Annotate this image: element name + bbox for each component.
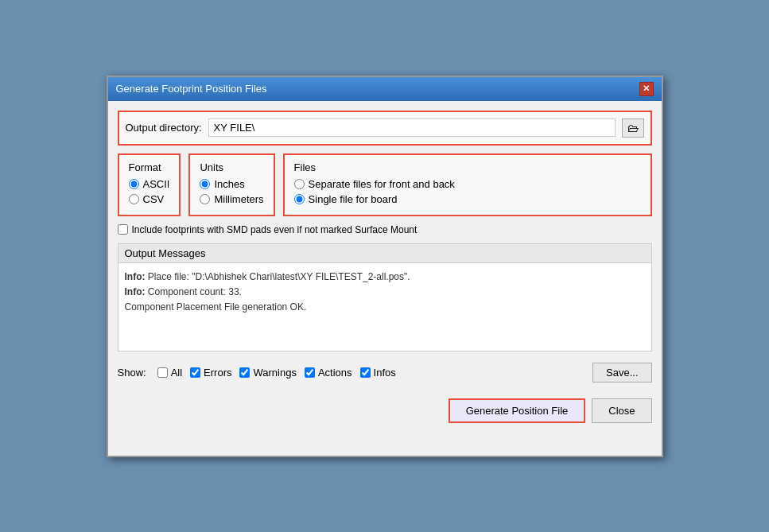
browse-button[interactable]: 🗁 (622, 118, 644, 138)
files-group-title: Files (294, 161, 641, 173)
show-all-checkbox[interactable] (157, 367, 168, 378)
files-separate-row: Separate files for front and back (294, 178, 641, 190)
format-ascii-radio[interactable] (129, 179, 139, 189)
show-errors-checkbox[interactable] (190, 367, 200, 378)
generate-position-file-button[interactable]: Generate Position File (449, 398, 586, 423)
files-separate-label: Separate files for front and back (309, 178, 455, 190)
format-ascii-label: ASCII (143, 178, 170, 190)
normal-text-1: Component Placement File generation OK. (125, 301, 307, 313)
smd-label: Include footprints with SMD pads even if… (132, 224, 418, 235)
message-line-1: Info: Place file: "D:\Abhishek Chari\lat… (125, 270, 645, 285)
output-directory-row: Output directory: 🗁 (118, 111, 652, 146)
info-text-2: Component count: 33. (148, 286, 242, 297)
output-messages-section: Output Messages Info: Place file: "D:\Ab… (118, 243, 652, 351)
output-directory-input[interactable] (208, 118, 616, 137)
show-row: Show: All Errors Warnings Actions (118, 359, 652, 382)
units-mm-label: Millimeters (214, 193, 263, 205)
message-line-2: Info: Component count: 33. (125, 285, 645, 300)
output-messages-title: Output Messages (118, 244, 651, 263)
units-mm-row: Millimeters (200, 193, 263, 205)
show-infos-checkbox[interactable] (360, 367, 371, 378)
show-warnings-checkbox[interactable] (239, 367, 250, 378)
show-actions-checkbox[interactable] (305, 367, 315, 378)
show-label: Show: (118, 367, 146, 379)
show-infos-label: Infos (360, 367, 396, 379)
save-button[interactable]: Save... (592, 363, 651, 382)
info-text-1: Place file: "D:\Abhishek Chari\latest\XY… (148, 271, 410, 282)
output-messages-body: Info: Place file: "D:\Abhishek Chari\lat… (118, 263, 651, 351)
output-directory-label: Output directory: (126, 122, 202, 134)
show-errors-label: Errors (190, 367, 231, 379)
units-inches-label: Inches (214, 178, 244, 190)
units-group: Units Inches Millimeters (188, 153, 274, 216)
show-actions-label: Actions (305, 367, 352, 379)
smd-checkbox-row: Include footprints with SMD pads even if… (118, 224, 652, 235)
units-mm-radio[interactable] (200, 194, 210, 204)
files-single-label: Single file for board (309, 193, 398, 205)
smd-checkbox[interactable] (118, 224, 128, 235)
files-group: Files Separate files for front and back … (283, 153, 652, 216)
files-separate-radio[interactable] (294, 179, 305, 189)
format-csv-radio[interactable] (129, 194, 139, 204)
bottom-buttons: Generate Position File Close (108, 392, 662, 433)
units-group-title: Units (200, 161, 263, 173)
format-csv-row: CSV (129, 193, 170, 205)
close-button[interactable]: Close (592, 398, 651, 423)
show-warnings-label: Warnings (239, 367, 296, 379)
units-inches-radio[interactable] (200, 179, 210, 189)
units-inches-row: Inches (200, 178, 263, 190)
title-bar: Generate Footprint Position Files ✕ (108, 77, 662, 101)
show-all-label: All (157, 367, 182, 379)
format-csv-label: CSV (143, 193, 165, 205)
message-line-3: Component Placement File generation OK. (125, 300, 645, 315)
format-ascii-row: ASCII (129, 178, 170, 190)
close-icon[interactable]: ✕ (639, 82, 654, 96)
format-group: Format ASCII CSV (118, 153, 181, 216)
files-single-radio[interactable] (294, 194, 305, 204)
info-label-1: Info: (125, 271, 146, 282)
files-single-row: Single file for board (294, 193, 641, 205)
info-label-2: Info: (125, 286, 146, 297)
options-row: Format ASCII CSV Units Inches (118, 153, 652, 216)
dialog-title: Generate Footprint Position Files (116, 83, 267, 95)
format-group-title: Format (129, 161, 170, 173)
